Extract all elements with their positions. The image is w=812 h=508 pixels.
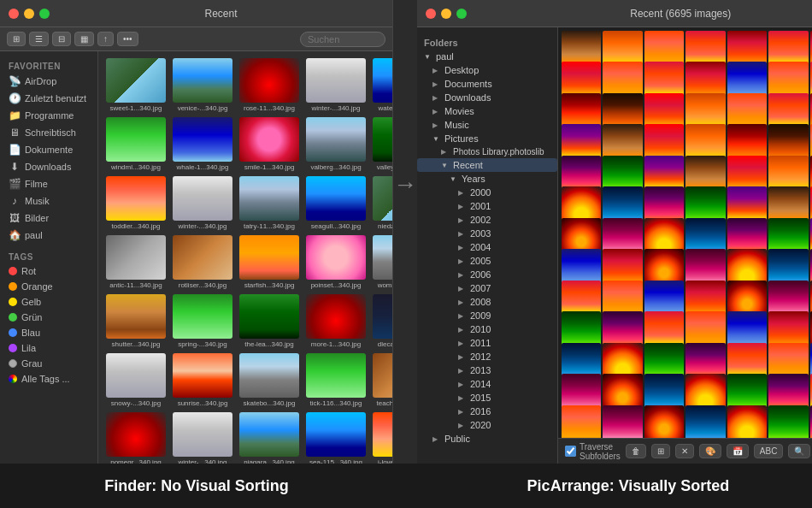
- pa-minimize-button[interactable]: [441, 9, 451, 19]
- thumbnail-item[interactable]: the-lea...340.jpg: [238, 294, 300, 348]
- sidebar-item-musik[interactable]: ♪ Musik: [0, 192, 97, 210]
- pa-item-year-2013[interactable]: ▶ 2013: [417, 363, 557, 377]
- pa-item-year-2020[interactable]: ▶ 2020: [417, 418, 557, 432]
- thumbnail-item[interactable]: shutter...340.jpg: [105, 294, 167, 348]
- thumbnail-item[interactable]: sea-115...340.jpg: [305, 412, 367, 464]
- pa-item-year-2012[interactable]: ▶ 2012: [417, 350, 557, 363]
- pa-item-year-2014[interactable]: ▶ 2014: [417, 377, 557, 391]
- sidebar-tag-lila[interactable]: Lila: [0, 340, 97, 356]
- pa-item-pictures[interactable]: ▼ Pictures: [417, 132, 557, 145]
- sidebar-item-zuletzt[interactable]: 🕐 Zuletzt benutzt: [0, 90, 97, 107]
- traverse-checkbox-input[interactable]: [565, 446, 576, 457]
- thumbnail-item[interactable]: toddler...340.jpg: [105, 176, 167, 230]
- thumbnail-item[interactable]: winter-...340.jpg: [172, 176, 233, 230]
- thumbnail-item[interactable]: valley-1...340.jpg: [372, 117, 392, 171]
- thumbnail-item[interactable]: i-love-y...340.jpg: [372, 412, 392, 464]
- thumbnail-item[interactable]: winter-...340.jpg: [172, 412, 233, 464]
- text-btn[interactable]: ABC: [754, 444, 784, 458]
- pa-item-recent[interactable]: ▼ Recent: [417, 158, 557, 172]
- pa-item-year-2009[interactable]: ▶ 2009: [417, 309, 557, 322]
- thumbnail-item[interactable]: valberg...340.jpg: [305, 117, 367, 171]
- pa-item-year-2011[interactable]: ▶ 2011: [417, 336, 557, 350]
- thumbnail-item[interactable]: spring-...340.jpg: [172, 294, 233, 348]
- grid-view-btn[interactable]: ⊞: [651, 444, 670, 458]
- thumbnail-item[interactable]: smile-1...340.jpg: [238, 117, 300, 171]
- sidebar-item-filme[interactable]: 🎬 Filme: [0, 175, 97, 192]
- photo-cell[interactable]: [727, 405, 767, 438]
- delete-btn[interactable]: 🗑: [626, 444, 646, 458]
- pa-item-public[interactable]: ▶ Public: [417, 432, 557, 446]
- view-col-btn[interactable]: ⊟: [52, 32, 71, 46]
- photo-cell[interactable]: [685, 405, 725, 438]
- pa-item-downloads[interactable]: ▶ Downloads: [417, 91, 557, 104]
- calendar-btn[interactable]: 📅: [727, 444, 749, 458]
- close-button[interactable]: [9, 9, 19, 19]
- color-sort-btn[interactable]: 🎨: [699, 444, 721, 458]
- sidebar-tag-blau[interactable]: Blau: [0, 325, 97, 340]
- thumbnail-item[interactable]: rose-11...340.jpg: [238, 58, 300, 112]
- close-btn[interactable]: ✕: [675, 444, 694, 458]
- pa-item-year-2007[interactable]: ▶ 2007: [417, 281, 557, 295]
- sidebar-item-schreibtisch[interactable]: 🖥 Schreibtisch: [0, 124, 97, 141]
- pa-item-documents[interactable]: ▶ Documents: [417, 77, 557, 91]
- thumbnail-item[interactable]: snowy-...340.jpg: [105, 353, 167, 407]
- photo-cell[interactable]: [644, 405, 684, 438]
- more-btn[interactable]: •••: [117, 32, 138, 46]
- pa-item-year-2002[interactable]: ▶ 2002: [417, 213, 557, 227]
- thumbnail-item[interactable]: winter-...340.jpg: [305, 58, 367, 112]
- minimize-button[interactable]: [24, 9, 34, 19]
- thumbnail-item[interactable]: starfish...340.jpg: [238, 235, 300, 289]
- pa-item-year-2001[interactable]: ▶ 2001: [417, 199, 557, 213]
- sidebar-tag-rot[interactable]: Rot: [0, 263, 97, 279]
- pa-item-paul[interactable]: ▼ paul: [417, 50, 557, 63]
- view-gallery-btn[interactable]: ▦: [74, 32, 94, 46]
- thumbnail-item[interactable]: niedzic...340.jpg: [372, 176, 392, 230]
- view-icons-btn[interactable]: ⊞: [7, 32, 26, 46]
- photo-cell[interactable]: [768, 405, 808, 438]
- thumbnail-item[interactable]: tatry-11...340.jpg: [238, 176, 300, 230]
- thumbnail-item[interactable]: sweet-1...340.jpg: [105, 58, 167, 112]
- pa-fullscreen-button[interactable]: [456, 9, 467, 19]
- pa-item-music[interactable]: ▶ Music: [417, 118, 557, 132]
- traverse-subfolders[interactable]: Traverse Subfolders: [565, 442, 621, 461]
- thumbnail-item[interactable]: tick-116...340.jpg: [305, 353, 367, 407]
- thumbnail-item[interactable]: more-1...340.jpg: [305, 294, 367, 348]
- pa-close-button[interactable]: [426, 9, 436, 19]
- pa-item-year-2015[interactable]: ▶ 2015: [417, 391, 557, 405]
- thumbnail-item[interactable]: poinset...340.jpg: [305, 235, 367, 289]
- thumbnail-item[interactable]: teaches...340.jpg: [372, 353, 392, 407]
- pa-item-year-2016[interactable]: ▶ 2016: [417, 405, 557, 418]
- sidebar-tag-alle[interactable]: Alle Tags ...: [0, 371, 97, 387]
- sidebar-item-downloads[interactable]: ⬇ Downloads: [0, 158, 97, 175]
- pa-item-years[interactable]: ▼ Years: [417, 172, 557, 186]
- pa-item-year-2008[interactable]: ▶ 2008: [417, 295, 557, 309]
- pa-item-year-2005[interactable]: ▶ 2005: [417, 254, 557, 268]
- pa-item-year-2000[interactable]: ▶ 2000: [417, 186, 557, 199]
- thumbnail-item[interactable]: woman...340.jpg: [372, 235, 392, 289]
- pa-item-movies[interactable]: ▶ Movies: [417, 104, 557, 118]
- sidebar-item-dokumente[interactable]: 📄 Dokumente: [0, 141, 97, 158]
- thumbnail-item[interactable]: sunrise...340.jpg: [172, 353, 233, 407]
- sidebar-item-programme[interactable]: 📁 Programme: [0, 107, 97, 124]
- photo-cell[interactable]: [562, 405, 601, 438]
- thumbnail-item[interactable]: skatebo...340.jpg: [238, 353, 300, 407]
- sidebar-item-paul[interactable]: 🏠 paul: [0, 227, 97, 244]
- pa-item-year-2010[interactable]: ▶ 2010: [417, 322, 557, 336]
- finder-search-input[interactable]: [300, 32, 385, 47]
- sidebar-tag-orange[interactable]: Orange: [0, 279, 97, 294]
- sidebar-tag-gruen[interactable]: Grün: [0, 310, 97, 325]
- thumbnail-item[interactable]: windml...340.jpg: [105, 117, 167, 171]
- pa-item-photoslibrary[interactable]: ▶ Photos Library.photoslib: [417, 145, 557, 158]
- fullscreen-button[interactable]: [39, 9, 50, 19]
- thumbnail-item[interactable]: venice-...340.jpg: [172, 58, 233, 112]
- thumbnail-item[interactable]: pomegr...340.jpg: [105, 412, 167, 464]
- thumbnail-item[interactable]: antic-11...340.jpg: [105, 235, 167, 289]
- sidebar-item-airdrop[interactable]: 📡 AirDrop: [0, 73, 97, 90]
- pa-item-year-2006[interactable]: ▶ 2006: [417, 268, 557, 281]
- thumbnail-item[interactable]: seagull...340.jpg: [305, 176, 367, 230]
- view-list-btn[interactable]: ☰: [29, 32, 49, 46]
- share-btn[interactable]: ↑: [97, 32, 114, 46]
- pa-item-year-2004[interactable]: ▶ 2004: [417, 240, 557, 254]
- sidebar-tag-grau[interactable]: Grau: [0, 356, 97, 371]
- pa-item-year-2003[interactable]: ▶ 2003: [417, 227, 557, 240]
